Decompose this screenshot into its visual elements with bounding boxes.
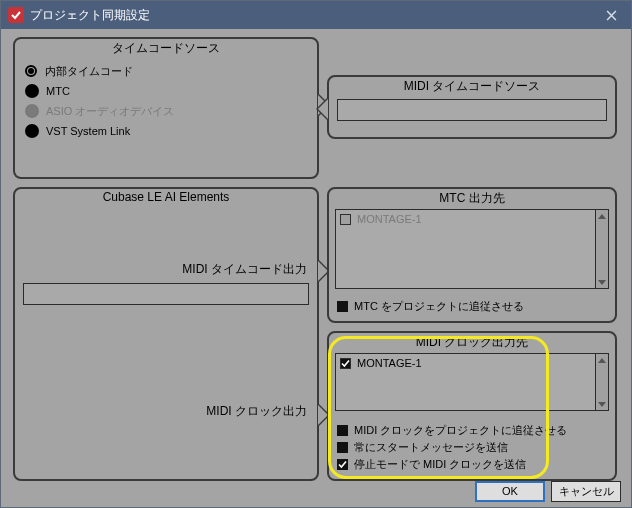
option-label: MTC をプロジェクトに追従させる: [354, 299, 524, 314]
panel-midi-timecode-source: MIDI タイムコードソース: [327, 75, 617, 139]
list-item-label: MONTAGE-1: [357, 213, 422, 225]
radio-vst-system-link[interactable]: VST System Link: [15, 121, 317, 141]
scrollbar[interactable]: [595, 210, 608, 288]
panel-title: Cubase LE AI Elements: [15, 189, 317, 208]
scroll-up-icon[interactable]: [596, 354, 608, 366]
checkbox-icon[interactable]: [337, 459, 348, 470]
panel-timecode-source: タイムコードソース 内部タイムコード MTC ASIO オーディオデバイス VS…: [13, 37, 319, 179]
panel-midi-clock-output: MIDI クロック出力先 MONTAGE-1: [327, 331, 617, 481]
radio-asio: ASIO オーディオデバイス: [15, 101, 317, 121]
option-label: 常にスタートメッセージを送信: [354, 440, 508, 455]
app-icon: [8, 7, 24, 23]
option-label: 停止モードで MIDI クロックを送信: [354, 457, 526, 472]
scroll-down-icon[interactable]: [596, 398, 608, 410]
panel-title: MIDI クロック出力先: [329, 333, 615, 355]
list-item[interactable]: MONTAGE-1: [336, 210, 595, 228]
titlebar: プロジェクト同期設定: [1, 1, 631, 29]
scroll-up-icon[interactable]: [596, 210, 608, 222]
dialog-window: プロジェクト同期設定 タイムコードソース 内部タイムコード MTC ASIO オ…: [0, 0, 632, 508]
midi-tc-source-list[interactable]: [337, 99, 607, 121]
dialog-footer: OK キャンセル: [1, 475, 631, 507]
radio-label: ASIO オーディオデバイス: [46, 104, 174, 119]
label-midi-tc-out: MIDI タイムコード出力: [182, 261, 307, 278]
arrow-left-icon: [316, 97, 328, 121]
panel-title: MTC 出力先: [329, 189, 615, 211]
checkbox-icon[interactable]: [337, 301, 348, 312]
panel-title: タイムコードソース: [15, 39, 317, 61]
radio-icon: [25, 104, 39, 118]
panel-title: MIDI タイムコードソース: [329, 77, 615, 99]
scroll-down-icon[interactable]: [596, 276, 608, 288]
list-item[interactable]: MONTAGE-1: [336, 354, 595, 372]
scrollbar[interactable]: [595, 354, 608, 410]
checkbox-icon[interactable]: [337, 442, 348, 453]
option-mtc-follow-project[interactable]: MTC をプロジェクトに追従させる: [329, 298, 524, 315]
panel-mtc-output: MTC 出力先 MONTAGE-1 MTC をプロジェクトに追従させる: [327, 187, 617, 323]
radio-icon: [25, 65, 37, 77]
option-label: MIDI クロックをプロジェクトに追従させる: [354, 423, 567, 438]
checkbox-icon[interactable]: [340, 214, 351, 225]
checkbox-icon[interactable]: [337, 425, 348, 436]
option-send-clock-in-stop[interactable]: 停止モードで MIDI クロックを送信: [329, 456, 615, 473]
radio-label: VST System Link: [46, 125, 130, 137]
radio-icon: [25, 84, 39, 98]
option-always-send-start[interactable]: 常にスタートメッセージを送信: [329, 439, 615, 456]
cancel-button[interactable]: キャンセル: [551, 481, 621, 502]
radio-internal-timecode[interactable]: 内部タイムコード: [15, 61, 317, 81]
checkbox-icon[interactable]: [340, 358, 351, 369]
mtc-out-list[interactable]: MONTAGE-1: [335, 209, 609, 289]
label-midi-clock-out: MIDI クロック出力: [206, 403, 307, 420]
dialog-body: タイムコードソース 内部タイムコード MTC ASIO オーディオデバイス VS…: [1, 29, 631, 507]
radio-mtc[interactable]: MTC: [15, 81, 317, 101]
ok-button[interactable]: OK: [475, 481, 545, 502]
option-clock-follow-project[interactable]: MIDI クロックをプロジェクトに追従させる: [329, 422, 615, 439]
panel-cubase: Cubase LE AI Elements MIDI タイムコード出力 MIDI…: [13, 187, 319, 481]
list-item-label: MONTAGE-1: [357, 357, 422, 369]
radio-icon: [25, 124, 39, 138]
midi-tc-out-list[interactable]: [23, 283, 309, 305]
window-title: プロジェクト同期設定: [30, 7, 591, 24]
radio-label: MTC: [46, 85, 70, 97]
midi-clock-out-list[interactable]: MONTAGE-1: [335, 353, 609, 411]
close-button[interactable]: [591, 1, 631, 29]
radio-label: 内部タイムコード: [45, 64, 133, 79]
